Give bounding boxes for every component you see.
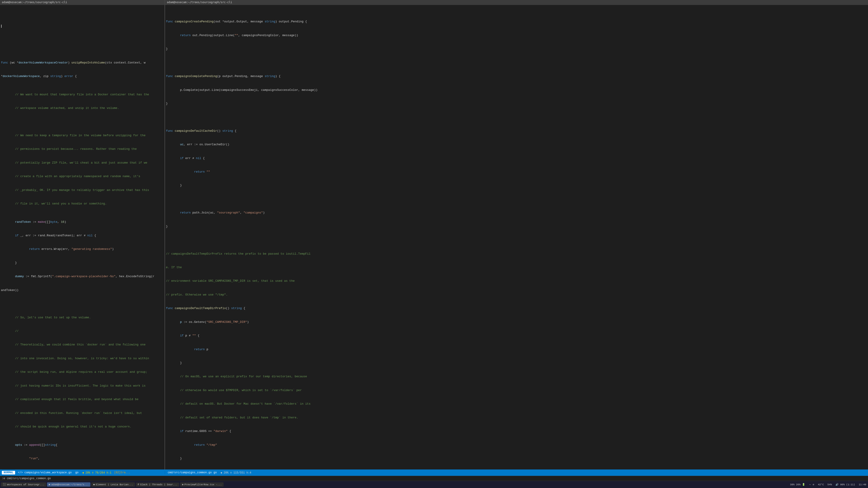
editors-row: func (wc *dockerVolumeWorkspaceCreator) … <box>0 5 868 469</box>
code-line: return p <box>165 347 868 352</box>
code-line: func campaignsCreatePending(out *output.… <box>165 20 868 24</box>
taskbar-battery: 38% 26% 🔋 <box>789 483 806 486</box>
taskbar: ⬛ Workspaces of Sourcegr... ▶ adam@nosec… <box>0 481 868 488</box>
code-line: uc, err := os.UserCacheDir() <box>165 142 868 147</box>
code-line: // should be quick enough in general tha… <box>0 424 164 429</box>
taskbar-label-slack: Slack | Threads | Sour... <box>140 483 178 486</box>
code-line: // On macOS, we use an explicit prefix f… <box>165 375 868 379</box>
preview-icon: ◈ <box>182 483 184 486</box>
code-line: // default on macOS. But Docker for Mac … <box>165 402 868 406</box>
code-line: // campaignsDefaultTempDirPrefix returns… <box>165 252 868 256</box>
code-line: dummy := fmt.Sprintf(".campaign-workspac… <box>0 274 164 279</box>
code-line: // the script being run, and Alpine requ… <box>0 370 164 375</box>
taskbar-item-slack[interactable]: # Slack | Threads | Sour... <box>136 483 179 487</box>
code-line: // environment variable SRC_CAMPAIGNS_TM… <box>165 279 868 283</box>
status-percent-right: ◀ 20% ≡ 115/551 h:4 <box>219 471 252 475</box>
code-line: // So, let's use that to set up the volu… <box>0 315 164 320</box>
taskbar-right: 38% 26% 🔋 ～ ⊘ 42°C 54% 🔊 90% (1:11) 11:4… <box>789 483 867 486</box>
code-line <box>165 238 868 242</box>
taskbar-label-workspaces: Workspaces of Sourcegr... <box>7 483 44 486</box>
code-line: // Theoretically, we could combine this … <box>0 343 164 347</box>
slack-icon: # <box>138 483 139 486</box>
code-line: } <box>165 456 868 461</box>
code-line: } <box>165 101 868 106</box>
code-line: // otherwise Go would use $TMPDIR, which… <box>165 388 868 393</box>
editor-pane-left[interactable]: func (wc *dockerVolumeWorkspaceCreator) … <box>0 5 165 469</box>
code-line: // potentially large ZIP file, we'll che… <box>0 161 164 165</box>
taskbar-item-terminal[interactable]: ▶ adam@nosecam:~/trees/s... <box>47 482 90 487</box>
taskbar-item-element[interactable]: ◆ Element | Lesia Burian... <box>91 482 135 487</box>
vim-command-line: :e cmd/src/campaigns_common.go <box>0 476 868 481</box>
taskbar-label-preview: PreviewFilterRow.tsx -... <box>184 483 222 486</box>
code-line: } <box>165 224 868 229</box>
code-line <box>165 115 868 120</box>
code-line: // workspace volume attached, and unzip … <box>0 106 164 110</box>
code-line: if runtime.GOOS == "darwin" { <box>165 429 868 433</box>
code-line: return path.Join(uc, "sourcegraph", "cam… <box>165 210 868 215</box>
code-line: func campaignsDefaultCacheDir() string { <box>165 129 868 133</box>
taskbar-item-workspaces[interactable]: ⬛ Workspaces of Sourcegr... <box>1 482 46 487</box>
code-line: // We want to mount that temporary file … <box>0 92 164 97</box>
code-line: } <box>165 361 868 365</box>
taskbar-item-preview[interactable]: ◈ PreviewFilterRow.tsx -... <box>180 482 223 487</box>
status-lang-left: go <box>74 471 79 474</box>
code-line <box>165 61 868 65</box>
code-line <box>0 302 164 306</box>
code-line: func campaignsDefaultTempDirPrefix() str… <box>165 306 868 311</box>
status-file-left: </> campaigns/volume_workspace.go <box>17 471 72 474</box>
code-line: return out.Pending(output.Line("", campa… <box>165 33 868 38</box>
code-line: // default set of shared folders, but it… <box>165 416 868 420</box>
code-line: return "/tmp" <box>165 443 868 447</box>
code-line: } <box>165 183 868 188</box>
code-line: if err ≠ nil { <box>165 156 868 161</box>
code-line: return "" <box>165 170 868 174</box>
code-line: p := os.Getenv("SRC_CAMPAIGNS_TMP_DIR") <box>165 320 868 324</box>
code-area-left: func (wc *dockerVolumeWorkspaceCreator) … <box>0 5 164 463</box>
taskbar-temp: 42°C <box>817 483 825 486</box>
code-line: p.Complete(output.Line(campaignsSuccessE… <box>165 88 868 92</box>
status-percent-left: ◀ 28% ≡ 76/264 h:1 <box>81 471 112 475</box>
code-line: // permissions to persist because... rea… <box>0 147 164 151</box>
taskbar-network: ～ ⊘ <box>808 483 815 486</box>
code-line: } <box>0 261 164 265</box>
element-icon: ◆ <box>93 483 95 486</box>
taskbar-volume: 🔊 90% (1:11) <box>835 483 856 486</box>
terminal-icon: ▶ <box>49 483 51 486</box>
code-line <box>0 42 164 47</box>
code-line: // encoded in this function. Running `do… <box>0 411 164 416</box>
code-line: return errors.Wrap(err, "generating rand… <box>0 247 164 252</box>
taskbar-time: 11:40 <box>858 483 867 486</box>
status-file-right: cmd/src/campaigns_common.go <box>167 471 213 474</box>
status-bar-right: cmd/src/campaigns_common.go go ◀ 20% ≡ 1… <box>165 471 868 475</box>
code-line: opts := append([]string{ <box>0 443 164 447</box>
code-line <box>0 24 164 29</box>
editor-container: adam@nosecam:~/trees/sourcegraph/src-cli… <box>0 0 868 488</box>
code-line: // just having numeric IDs is insufficie… <box>0 384 164 388</box>
status-extra-left: [62]tra... <box>114 471 130 474</box>
code-line <box>0 120 164 124</box>
taskbar-label-element: Element | Lesia Burian... <box>96 483 133 486</box>
code-line: // file in it, we'll send you a hoodie o… <box>0 201 164 206</box>
code-line: // complicated enough that it feels brit… <box>0 397 164 402</box>
taskbar-label-terminal: adam@nosecam:~/trees/s... <box>51 483 89 486</box>
code-line <box>165 197 868 201</box>
workspaces-icon: ⬛ <box>3 483 6 486</box>
code-line: randToken := make([]byte, 16) <box>0 220 164 224</box>
taskbar-cpu: 54% <box>827 483 833 486</box>
terminal-title-right: adam@nosecam:~/trees/sourcegraph/src-cli <box>165 0 868 5</box>
code-line: func (wc *dockerVolumeWorkspaceCreator) … <box>0 61 164 65</box>
status-bar: NORMAL </> campaigns/volume_workspace.go… <box>0 469 868 476</box>
code-line: } <box>165 47 868 51</box>
code-line: andToken)) <box>0 288 164 293</box>
code-line: *dockerVolumeWorkspace, zip string) erro… <box>0 74 164 78</box>
vim-mode: NORMAL <box>2 471 15 475</box>
code-line: if _, err := rand.Read(randToken); err ≠… <box>0 233 164 238</box>
code-line: // create a file with an appropriately n… <box>0 174 164 179</box>
code-line: // into one invocation. Doing so, howeve… <box>0 356 164 361</box>
editor-pane-right[interactable]: func campaignsCreatePending(out *output.… <box>165 5 868 469</box>
terminal-title-left: adam@nosecam:~/trees/sourcegraph/src-cli <box>0 0 165 5</box>
code-line: // <box>0 329 164 333</box>
code-line: // prefix. Otherwise we use "/tmp". <box>165 293 868 297</box>
code-line: // _probably_ OK. If you manage to relia… <box>0 188 164 193</box>
status-bar-left: NORMAL </> campaigns/volume_workspace.go… <box>0 471 165 475</box>
